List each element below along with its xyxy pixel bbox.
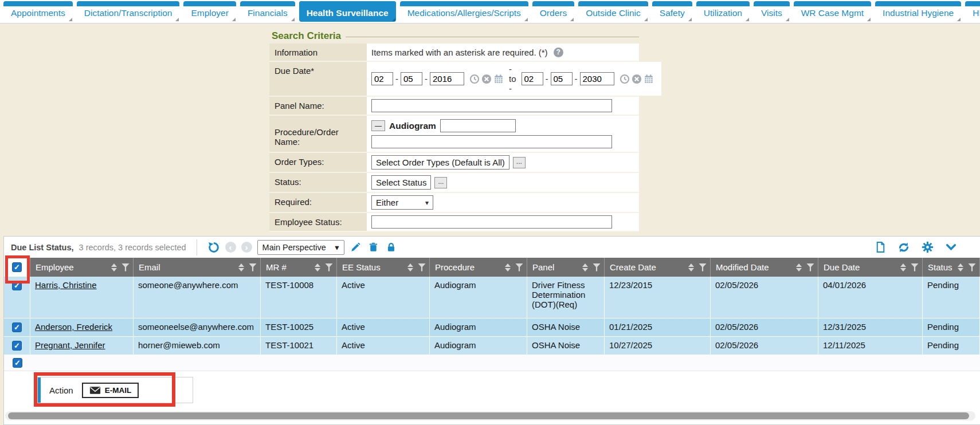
due-date-label: Due Date* bbox=[269, 62, 367, 96]
tab-safety[interactable]: Safety bbox=[652, 1, 692, 22]
panel-name-input[interactable] bbox=[371, 99, 612, 112]
tab-utilization[interactable]: Utilization bbox=[696, 1, 750, 22]
select-all-checkbox[interactable]: ✓ bbox=[12, 262, 22, 272]
column-header-status[interactable]: Status bbox=[923, 258, 980, 277]
sort-icon[interactable] bbox=[505, 263, 511, 271]
due-date-from-month-input[interactable] bbox=[371, 72, 393, 85]
tab-dictation-transcription[interactable]: Dictation/Transcription bbox=[77, 1, 180, 22]
clear-date-icon[interactable] bbox=[632, 74, 642, 84]
email-cell: horner@mieweb.com bbox=[134, 337, 261, 355]
column-header-ee-status[interactable]: EE Status bbox=[337, 258, 430, 277]
column-header-panel[interactable]: Panel bbox=[527, 258, 605, 277]
scrollbar-thumb[interactable] bbox=[8, 412, 969, 419]
tab-appointments[interactable]: Appointments bbox=[3, 1, 73, 22]
due-date-to-year-input[interactable] bbox=[580, 72, 614, 85]
filter-icon[interactable] bbox=[699, 263, 707, 271]
employee-link[interactable]: Harris, Christine bbox=[35, 280, 97, 290]
remove-procedure-button[interactable]: — bbox=[371, 120, 385, 131]
required-select[interactable]: Either ▾ bbox=[371, 195, 433, 210]
procedure-chip-input[interactable] bbox=[440, 119, 516, 132]
due-date-from-day-input[interactable] bbox=[401, 72, 422, 85]
refresh-button[interactable] bbox=[897, 241, 910, 254]
filter-icon[interactable] bbox=[968, 263, 976, 271]
tab-wr-case-mgmt[interactable]: WR Case Mgmt bbox=[794, 1, 871, 22]
delete-perspective-button[interactable] bbox=[367, 241, 380, 254]
sort-icon[interactable] bbox=[238, 263, 244, 271]
tab-health-surveillance[interactable]: Health Surveillance bbox=[299, 1, 396, 22]
undo-button[interactable] bbox=[207, 241, 220, 254]
filter-icon[interactable] bbox=[325, 263, 333, 271]
sort-icon[interactable] bbox=[688, 263, 694, 271]
filter-icon[interactable] bbox=[249, 263, 257, 271]
tab-financials[interactable]: Financials bbox=[240, 1, 295, 22]
date-dash: - bbox=[546, 74, 548, 84]
calendar-icon[interactable] bbox=[493, 74, 504, 84]
column-header-create-date[interactable]: Create Date bbox=[605, 258, 711, 277]
filter-icon[interactable] bbox=[593, 263, 601, 271]
calendar-icon[interactable] bbox=[644, 74, 654, 84]
procedure-order-name-input[interactable] bbox=[371, 135, 612, 148]
sort-icon[interactable] bbox=[958, 263, 963, 271]
perspective-select[interactable]: Main Perspective ▾ bbox=[257, 240, 344, 255]
footer-checkbox[interactable]: ✓ bbox=[13, 358, 22, 368]
tab-industrial-hygiene[interactable]: Industrial Hygiene bbox=[875, 1, 961, 22]
due-date-to-day-input[interactable] bbox=[551, 72, 573, 85]
sort-icon[interactable] bbox=[315, 263, 320, 271]
filter-icon[interactable] bbox=[806, 263, 814, 271]
order-types-picker-button[interactable]: ... bbox=[513, 157, 526, 168]
filter-icon[interactable] bbox=[121, 263, 130, 271]
column-label: Modified Date bbox=[716, 262, 769, 272]
employee-status-input[interactable] bbox=[371, 215, 612, 229]
column-header-mr[interactable]: MR # bbox=[261, 258, 337, 277]
settings-button[interactable] bbox=[921, 241, 934, 254]
column-header-email[interactable]: Email bbox=[134, 258, 261, 277]
edit-perspective-button[interactable] bbox=[350, 241, 362, 254]
row-checkbox[interactable]: ✓ bbox=[12, 322, 22, 332]
due-date-to-month-input[interactable] bbox=[522, 72, 543, 85]
tab-employer[interactable]: Employer bbox=[183, 1, 236, 22]
collapse-button[interactable] bbox=[944, 241, 957, 254]
sort-icon[interactable] bbox=[582, 263, 588, 271]
help-icon[interactable]: ? bbox=[554, 48, 563, 57]
status-picker-button[interactable]: ... bbox=[434, 177, 447, 188]
tab-orders[interactable]: Orders bbox=[532, 1, 574, 22]
column-header-due-date[interactable]: Due Date bbox=[818, 258, 923, 277]
new-document-button[interactable] bbox=[874, 241, 887, 254]
row-checkbox[interactable]: ✓ bbox=[12, 341, 22, 351]
employee-link[interactable]: Anderson, Frederick bbox=[35, 322, 112, 332]
tab-label: Safety bbox=[652, 6, 692, 22]
clear-date-icon[interactable] bbox=[481, 74, 492, 84]
document-icon bbox=[875, 241, 887, 253]
table-row: ✓ Harris, Christine someone@anywhere.com… bbox=[4, 277, 980, 318]
tab-visits[interactable]: Visits bbox=[754, 1, 790, 22]
mr-cell: TEST-10025 bbox=[261, 318, 337, 336]
sort-icon[interactable] bbox=[796, 263, 802, 271]
sort-icon[interactable] bbox=[900, 263, 906, 271]
column-header-employee[interactable]: Employee bbox=[30, 258, 134, 277]
due-date-from-year-input[interactable] bbox=[430, 72, 464, 85]
column-header-modified-date[interactable]: Modified Date bbox=[711, 258, 818, 277]
filter-icon[interactable] bbox=[418, 263, 426, 271]
tab-top-strip bbox=[299, 1, 396, 6]
order-types-value[interactable]: Select Order Types (Default is All) bbox=[371, 155, 509, 170]
next-perspective-button[interactable]: › bbox=[241, 242, 252, 253]
previous-perspective-button[interactable]: ‹ bbox=[225, 242, 236, 253]
tab-outside-clinic[interactable]: Outside Clinic bbox=[578, 1, 648, 22]
email-button[interactable]: E-MAIL bbox=[82, 383, 139, 398]
column-header-procedure[interactable]: Procedure bbox=[430, 258, 527, 277]
status-value[interactable]: Select Status bbox=[371, 175, 431, 190]
employee-link[interactable]: Pregnant, Jennifer bbox=[35, 340, 105, 350]
horizontal-scrollbar[interactable] bbox=[5, 411, 975, 420]
ee-status-cell: Active bbox=[337, 277, 430, 318]
sort-icon[interactable] bbox=[407, 263, 413, 271]
row-checkbox[interactable]: ✓ bbox=[12, 281, 22, 290]
clock-icon[interactable] bbox=[469, 74, 480, 84]
filter-icon[interactable] bbox=[515, 263, 523, 271]
tab-medications-allergies-scripts[interactable]: Medications/Allergies/Scripts bbox=[400, 1, 528, 22]
lock-perspective-button[interactable] bbox=[385, 241, 398, 254]
filter-icon[interactable] bbox=[911, 263, 919, 271]
sort-icon[interactable] bbox=[111, 263, 117, 271]
tab-hr-data-feed[interactable]: HR Data Feed bbox=[965, 1, 980, 22]
clock-icon[interactable] bbox=[620, 74, 630, 84]
tab-label: Financials bbox=[240, 6, 295, 22]
